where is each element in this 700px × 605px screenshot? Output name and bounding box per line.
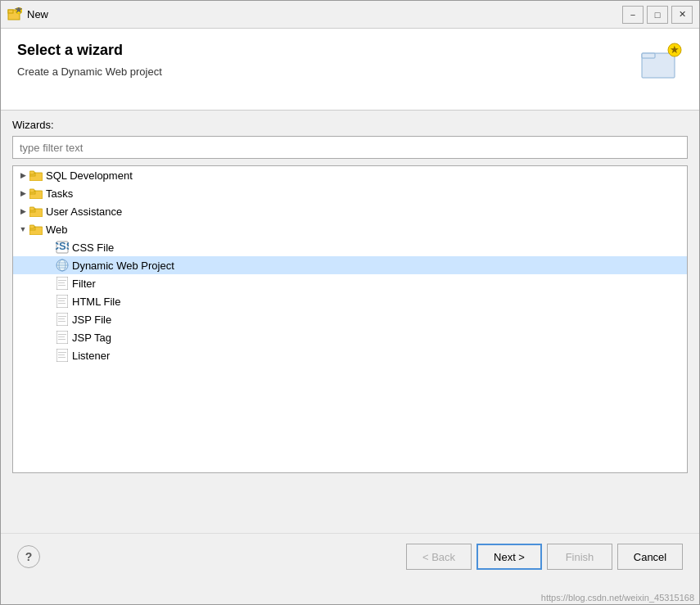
tree-icon-jsp-file bbox=[56, 313, 69, 326]
tree-label-html-file: HTML File bbox=[72, 296, 120, 308]
header-title: Select a wizard bbox=[17, 42, 632, 59]
filter-input[interactable] bbox=[12, 136, 688, 159]
tree-icon-web bbox=[29, 223, 43, 236]
button-bar: ? < Back Next > Finish Cancel bbox=[1, 533, 699, 580]
svg-rect-16 bbox=[29, 207, 34, 210]
help-button[interactable]: ? bbox=[17, 545, 40, 568]
tree-toggle-web[interactable]: ▼ bbox=[16, 223, 29, 236]
tree-label-listener: Listener bbox=[72, 350, 110, 362]
tree-icon-dynamic-web-project bbox=[56, 259, 69, 272]
svg-rect-44 bbox=[58, 352, 66, 353]
filter-container bbox=[1, 136, 699, 165]
svg-rect-42 bbox=[58, 339, 65, 340]
svg-rect-46 bbox=[58, 357, 65, 358]
tree-label-sql-dev: SQL Development bbox=[46, 169, 133, 182]
svg-text:CSS: CSS bbox=[56, 241, 69, 252]
tree-list[interactable]: ▶ SQL Development▶ Tasks▶ User Assistanc… bbox=[13, 166, 687, 472]
svg-rect-33 bbox=[58, 300, 65, 301]
window-title: New bbox=[27, 8, 622, 20]
tree-icon-filter bbox=[56, 277, 69, 290]
svg-rect-1 bbox=[8, 10, 13, 13]
tree-label-dynamic-web-project: Dynamic Web Project bbox=[72, 260, 174, 272]
tree-container: ▶ SQL Development▶ Tasks▶ User Assistanc… bbox=[12, 165, 688, 473]
tree-icon-sql-dev bbox=[29, 169, 43, 182]
close-button[interactable]: ✕ bbox=[671, 6, 693, 24]
svg-rect-37 bbox=[58, 318, 65, 319]
tree-icon-listener bbox=[56, 349, 69, 362]
next-button[interactable]: Next > bbox=[476, 544, 542, 570]
tree-label-tasks: Tasks bbox=[46, 187, 73, 200]
wizards-label: Wizards: bbox=[1, 111, 699, 136]
tree-item-listener[interactable]: Listener bbox=[13, 346, 687, 364]
back-button[interactable]: < Back bbox=[406, 544, 472, 570]
wizard-area: Wizards: ▶ SQL Development▶ Tasks▶ User … bbox=[1, 111, 699, 473]
title-bar: ★ New − □ ✕ bbox=[1, 1, 699, 29]
tree-icon-css-file: CSS bbox=[56, 241, 69, 254]
svg-rect-40 bbox=[58, 334, 66, 335]
finish-button[interactable]: Finish bbox=[547, 544, 612, 570]
tree-label-web: Web bbox=[46, 223, 68, 236]
tree-icon-user-assistance bbox=[29, 205, 43, 218]
header-subtitle: Create a Dynamic Web project bbox=[17, 65, 632, 78]
url-bar: https://blog.csdn.net/weixin_45315168 bbox=[536, 591, 699, 604]
tree-icon-html-file bbox=[56, 295, 69, 308]
svg-rect-19 bbox=[29, 225, 34, 228]
tree-item-html-file[interactable]: HTML File bbox=[13, 292, 687, 310]
tree-item-web[interactable]: ▼ Web bbox=[13, 220, 687, 238]
tree-item-jsp-tag[interactable]: JSP Tag bbox=[13, 328, 687, 346]
svg-rect-34 bbox=[58, 303, 65, 304]
svg-rect-30 bbox=[58, 285, 65, 286]
tree-item-css-file[interactable]: CSS CSS File bbox=[13, 238, 687, 256]
tree-toggle-sql-dev[interactable]: ▶ bbox=[16, 169, 29, 182]
cancel-button[interactable]: Cancel bbox=[617, 544, 683, 570]
svg-text:★: ★ bbox=[14, 7, 22, 16]
header-area: Select a wizard Create a Dynamic Web pro… bbox=[1, 29, 699, 111]
header-text: Select a wizard Create a Dynamic Web pro… bbox=[17, 42, 632, 78]
window-controls: − □ ✕ bbox=[622, 6, 693, 24]
svg-rect-10 bbox=[29, 171, 34, 174]
svg-rect-45 bbox=[58, 354, 65, 355]
svg-rect-13 bbox=[29, 189, 34, 192]
tree-label-filter: Filter bbox=[72, 278, 96, 290]
tree-toggle-tasks[interactable]: ▶ bbox=[16, 187, 29, 200]
tree-icon-tasks bbox=[29, 187, 43, 200]
tree-item-sql-dev[interactable]: ▶ SQL Development bbox=[13, 166, 687, 184]
tree-label-user-assistance: User Assistance bbox=[46, 205, 122, 218]
wizard-icon: ★ bbox=[640, 42, 683, 84]
svg-rect-5 bbox=[642, 53, 655, 58]
window-icon: ★ bbox=[7, 7, 22, 22]
svg-rect-32 bbox=[58, 298, 66, 299]
tree-toggle-user-assistance[interactable]: ▶ bbox=[16, 205, 29, 218]
tree-label-jsp-file: JSP File bbox=[72, 314, 111, 326]
minimize-button[interactable]: − bbox=[622, 6, 644, 24]
tree-item-filter[interactable]: Filter bbox=[13, 274, 687, 292]
tree-item-dynamic-web-project[interactable]: Dynamic Web Project bbox=[13, 256, 687, 274]
tree-icon-jsp-tag bbox=[56, 331, 69, 344]
tree-item-jsp-file[interactable]: JSP File bbox=[13, 310, 687, 328]
maximize-button[interactable]: □ bbox=[647, 6, 668, 24]
svg-rect-28 bbox=[58, 280, 66, 281]
tree-item-tasks[interactable]: ▶ Tasks bbox=[13, 184, 687, 202]
svg-rect-29 bbox=[58, 282, 65, 283]
svg-rect-38 bbox=[58, 321, 65, 322]
svg-text:★: ★ bbox=[670, 43, 680, 56]
svg-rect-41 bbox=[58, 336, 65, 337]
dialog-window: ★ New − □ ✕ Select a wizard Create a Dyn… bbox=[0, 0, 700, 605]
tree-label-css-file: CSS File bbox=[72, 242, 114, 254]
svg-rect-36 bbox=[58, 316, 66, 317]
tree-item-user-assistance[interactable]: ▶ User Assistance bbox=[13, 202, 687, 220]
tree-label-jsp-tag: JSP Tag bbox=[72, 332, 111, 344]
